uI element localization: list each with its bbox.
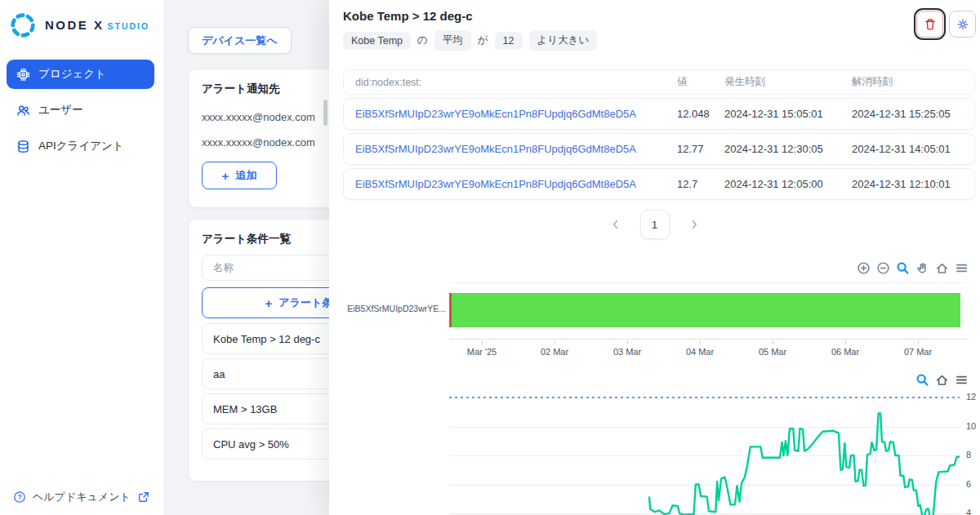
y-axis-label: 10	[966, 421, 976, 431]
sidebar-item-users[interactable]: ユーザー	[7, 95, 154, 125]
page-number-button[interactable]: 1	[640, 210, 670, 239]
x-axis-tick-mark	[700, 340, 701, 344]
temperature-line-series	[449, 393, 960, 515]
logo-dashed-circle-icon	[8, 11, 38, 40]
external-link-icon	[137, 491, 150, 504]
x-axis-label: 04 Mar	[686, 347, 714, 357]
alert-row-value: 12.048	[677, 108, 724, 120]
condition-particle: の	[417, 33, 428, 47]
alert-row-value: 12.7	[677, 178, 724, 190]
alert-row-link[interactable]: EiB5XfSrMUIpD23wrYE9oMkEcn1Pn8FUpdjq6GdM…	[355, 108, 677, 120]
selection-zoom-icon[interactable]	[896, 261, 910, 275]
x-axis-tick-mark	[482, 340, 483, 344]
brand-primary: NODE X	[45, 18, 105, 32]
alert-row-link[interactable]: EiB5XfSrMUIpD23wrYE9oMkEcn1Pn8FUpdjq6GdM…	[355, 178, 677, 190]
sidebar-item-api-clients[interactable]: APIクライアント	[7, 131, 154, 161]
trash-icon	[924, 18, 937, 31]
line-chart-plot[interactable]	[449, 393, 960, 515]
y-axis-label: 8	[966, 450, 971, 460]
prev-page-button[interactable]	[609, 218, 622, 231]
panel-title: Kobe Temp > 12 deg-c	[343, 9, 473, 23]
threshold-line	[449, 397, 960, 398]
next-page-button[interactable]	[688, 218, 701, 231]
condition-particle: が	[478, 33, 488, 47]
zoom-out-icon[interactable]	[876, 261, 890, 275]
zoom-in-icon[interactable]	[857, 261, 871, 275]
timeline-x-axis: Mar '2502 Mar03 Mar04 Mar05 Mar06 Mar07 …	[449, 340, 967, 363]
x-axis-label: 03 Mar	[613, 347, 641, 357]
table-header-row: did:nodex:test: 値 発生時刻 解消時刻	[343, 69, 975, 95]
logo-text: NODE XSTUDIO	[45, 18, 149, 33]
table-body: EiB5XfSrMUIpD23wrYE9oMkEcn1Pn8FUpdjq6GdM…	[343, 98, 975, 200]
x-axis-tick-mark	[555, 340, 555, 344]
pagination: 1	[329, 210, 980, 239]
sidebar-nav: プロジェクト ユーザー APIクライアント	[0, 48, 164, 161]
y-axis-label: 12	[966, 392, 976, 402]
alert-row-occurred-at: 2024-12-31 12:30:05	[724, 143, 852, 155]
column-header-occurred: 発生時刻	[724, 75, 852, 89]
plus-icon: +	[265, 297, 273, 309]
condition-summary: Kobe Tempの平均が12より大きい	[343, 30, 597, 51]
line-chart-y-axis-labels: 1210864	[966, 393, 980, 515]
sidebar: NODE XSTUDIO プロジェクト ユ	[0, 0, 165, 515]
add-notify-email-button[interactable]: + 追加	[202, 162, 277, 189]
x-axis-label: 07 Mar	[904, 347, 932, 357]
alert-table-row[interactable]: EiB5XfSrMUIpD23wrYE9oMkEcn1Pn8FUpdjq6GdM…	[343, 133, 975, 165]
y-axis-label: 6	[966, 479, 971, 489]
selection-zoom-icon[interactable]	[915, 373, 929, 387]
scrollbar-thumb[interactable]	[323, 100, 327, 126]
alert-row-occurred-at: 2024-12-31 12:05:00	[724, 178, 852, 190]
home-icon[interactable]	[935, 261, 949, 275]
sidebar-item-label: プロジェクト	[38, 67, 106, 82]
chip-icon	[16, 68, 30, 82]
alert-row-value: 12.77	[677, 143, 724, 155]
chevron-left-icon	[609, 218, 622, 231]
condition-chip: Kobe Temp	[343, 32, 411, 50]
help-label: ヘルプドキュメント	[33, 490, 131, 504]
back-to-devices-button[interactable]: デバイス一覧へ	[188, 27, 292, 54]
alert-row-occurred-at: 2024-12-31 15:05:01	[724, 108, 852, 120]
help-link[interactable]: ? ヘルプドキュメント	[13, 490, 150, 504]
sidebar-item-label: APIクライアント	[38, 139, 124, 153]
condition-chip: 12	[495, 32, 523, 50]
alert-row-link[interactable]: EiB5XfSrMUIpD23wrYE9oMkEcn1Pn8FUpdjq6GdM…	[355, 143, 677, 155]
timeline-chart-plot[interactable]	[449, 282, 967, 340]
timeline-chart-toolbar	[857, 261, 969, 275]
alert-history-table: did:nodex:test: 値 発生時刻 解消時刻 EiB5XfSrMUIp…	[343, 69, 975, 203]
column-header-did: did:nodex:test:	[355, 77, 677, 88]
alert-table-row[interactable]: EiB5XfSrMUIpD23wrYE9oMkEcn1Pn8FUpdjq6GdM…	[343, 98, 975, 130]
add-button-label: 追加	[235, 168, 256, 183]
chevron-right-icon	[688, 218, 701, 231]
pan-icon[interactable]	[915, 261, 929, 275]
plus-icon: +	[222, 170, 229, 182]
y-axis-label: 4	[966, 508, 971, 515]
home-icon[interactable]	[935, 373, 949, 387]
x-axis-label: 05 Mar	[759, 347, 786, 357]
database-icon	[16, 140, 30, 153]
settings-button[interactable]	[949, 11, 976, 38]
alert-table-row[interactable]: EiB5XfSrMUIpD23wrYE9oMkEcn1Pn8FUpdjq6GdM…	[343, 168, 975, 200]
help-icon: ?	[13, 491, 26, 504]
timeline-y-category-label: EiB5XfSrMUIpD23wrYE...	[343, 304, 446, 313]
x-axis-tick-mark	[845, 340, 846, 344]
timeline-active-bar	[452, 293, 960, 327]
alert-row-resolved-at: 2024-12-31 12:10:01	[852, 178, 963, 190]
condition-chip: より大きい	[529, 30, 598, 51]
x-axis-tick-mark	[918, 340, 919, 344]
users-icon	[16, 104, 30, 118]
gear-icon	[956, 18, 969, 31]
sidebar-item-projects[interactable]: プロジェクト	[7, 60, 154, 89]
device-detail-column: デバイス一覧へ アラート通知先 xxxx.xxxxx@nodex.comxxxx…	[165, 0, 329, 515]
brand-secondary: STUDIO	[108, 21, 150, 31]
alert-row-resolved-at: 2024-12-31 15:25:05	[852, 108, 963, 120]
alert-row-resolved-at: 2024-12-31 14:05:01	[852, 143, 963, 155]
alert-condition-detail-panel: Kobe Temp > 12 deg-c Kobe Tempの平均が12より大き…	[329, 0, 980, 515]
column-header-resolved: 解消時刻	[852, 75, 963, 89]
x-axis-tick-mark	[773, 340, 773, 344]
menu-icon[interactable]	[955, 261, 969, 275]
sidebar-item-label: ユーザー	[38, 103, 83, 118]
x-axis-tick-mark	[627, 340, 628, 344]
line-chart-toolbar	[915, 373, 969, 387]
menu-icon[interactable]	[955, 373, 969, 387]
delete-condition-button[interactable]	[916, 11, 943, 38]
